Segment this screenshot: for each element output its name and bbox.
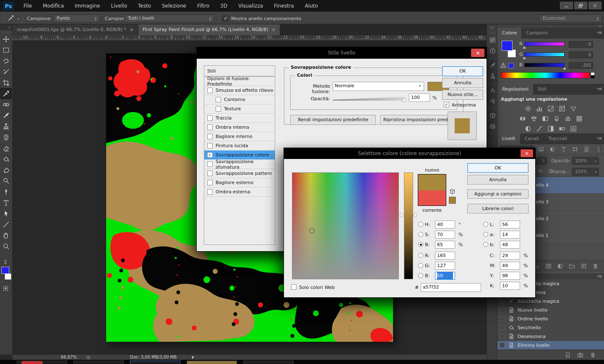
style-item-checkbox[interactable] bbox=[207, 125, 213, 130]
tab-close-icon[interactable]: × bbox=[271, 24, 276, 35]
menu-item-visualizza[interactable]: Visualizza bbox=[233, 0, 268, 12]
document-tab-2[interactable]: First Spray Paint Finish.psd @ 66,7% (Li… bbox=[138, 24, 280, 35]
workspace-dropdown[interactable]: Essenziali bbox=[539, 14, 602, 23]
dialog-title[interactable]: Stile livello bbox=[197, 47, 487, 59]
tool-brush[interactable] bbox=[0, 110, 12, 121]
cancel-button[interactable]: Annulla bbox=[442, 78, 483, 88]
history-bottom-icon-new-doc[interactable] bbox=[565, 352, 571, 358]
adjustment-icon-vibrance[interactable] bbox=[570, 105, 577, 112]
sample-layers-dropdown[interactable]: Tutti i livelli bbox=[124, 14, 214, 23]
tool-eraser[interactable] bbox=[0, 143, 12, 153]
dialog-close-button[interactable] bbox=[471, 49, 484, 57]
style-item-checkbox[interactable] bbox=[207, 115, 213, 121]
style-item-contorno[interactable]: Contorno bbox=[204, 95, 275, 104]
status-icon[interactable] bbox=[86, 355, 91, 360]
panel-menu-icon[interactable] bbox=[596, 136, 602, 142]
slider-marker-right[interactable] bbox=[414, 213, 417, 217]
tool-dodge[interactable] bbox=[0, 175, 12, 186]
hex-input[interactable]: a57f32 bbox=[421, 283, 481, 292]
adjustment-icon-posterize[interactable] bbox=[536, 125, 543, 132]
tool-clone-stamp[interactable] bbox=[0, 121, 12, 132]
history-bottom-icon-camera[interactable] bbox=[577, 352, 583, 358]
zoom-level[interactable]: 66,67% bbox=[61, 355, 77, 359]
tab-livelli[interactable]: Livelli bbox=[497, 133, 520, 144]
minimize-button[interactable] bbox=[560, 2, 573, 9]
menu-item-immagine[interactable]: Immagine bbox=[69, 0, 105, 12]
channel-slider-handle[interactable] bbox=[523, 46, 526, 49]
channel-slider-handle[interactable] bbox=[523, 57, 526, 59]
menu-item-testo[interactable]: Testo bbox=[133, 0, 156, 12]
picker-field-input[interactable]: 10 bbox=[500, 282, 520, 290]
document-tab-1[interactable]: snapshot0001.tga @ 66,7% (Livello 0, RGB… bbox=[13, 24, 138, 35]
color-field[interactable] bbox=[292, 172, 399, 279]
picker-radio-b[interactable] bbox=[418, 242, 423, 247]
tool-type[interactable] bbox=[0, 197, 12, 208]
adjustment-icon-invert[interactable] bbox=[525, 125, 531, 132]
dock-icon-paragraph[interactable] bbox=[487, 96, 498, 106]
style-item-sovrapposizione-sfumatura[interactable]: Sovrapposizione sfumatura bbox=[204, 160, 275, 169]
filter-toggle[interactable] bbox=[596, 146, 601, 153]
tab-tracciati[interactable]: Tracciati bbox=[544, 133, 572, 144]
picker-field-input[interactable]: 49 bbox=[500, 262, 520, 270]
channel-value-R[interactable]: 0 bbox=[569, 41, 593, 48]
panel-menu-icon[interactable] bbox=[596, 31, 602, 36]
tool-lasso[interactable] bbox=[0, 55, 12, 66]
channel-slider-G[interactable] bbox=[524, 52, 565, 57]
status-arrow-icon[interactable] bbox=[191, 355, 195, 359]
tab-campioni[interactable]: Campioni bbox=[521, 28, 552, 39]
style-item-blending-options[interactable]: Opzioni di fusione: Predefinite bbox=[204, 77, 275, 86]
sample-point-dropdown[interactable]: Punto campione bbox=[53, 14, 100, 23]
channel-slider-R[interactable] bbox=[524, 42, 565, 46]
menu-item-aiuto[interactable]: Aiuto bbox=[299, 0, 323, 12]
panel-foreground-swatch[interactable] bbox=[502, 41, 513, 51]
dock-icon-3d[interactable] bbox=[487, 111, 498, 120]
style-item-ombra-interna[interactable]: Ombra interna bbox=[204, 123, 275, 132]
picker-radio-b[interactable] bbox=[483, 242, 488, 247]
layers-bottom-icon-new-layer[interactable] bbox=[581, 263, 587, 269]
layers-bottom-icon-trash[interactable] bbox=[592, 263, 599, 269]
tool-preset-caret-icon[interactable] bbox=[17, 17, 20, 21]
style-item-texture[interactable]: Texture bbox=[204, 104, 275, 114]
taskbar-thumbnail[interactable] bbox=[73, 361, 124, 364]
picker-field-input[interactable]: 165 bbox=[435, 252, 455, 260]
adjustment-icon-photo-filter[interactable] bbox=[553, 115, 560, 122]
style-item-bagliore-interno[interactable]: Bagliore interno bbox=[204, 132, 275, 141]
menu-item-livello[interactable]: Livello bbox=[105, 0, 133, 12]
dock-icon-character[interactable] bbox=[487, 86, 498, 95]
preview-checkbox[interactable]: ✓ bbox=[444, 102, 449, 107]
channel-value-B[interactable]: 255 bbox=[569, 62, 593, 69]
style-item-checkbox[interactable] bbox=[216, 106, 221, 112]
menu-item-finestra[interactable]: Finestra bbox=[268, 0, 299, 12]
picker-radio-a[interactable] bbox=[483, 232, 488, 237]
menu-item-3d[interactable]: 3D bbox=[215, 0, 233, 12]
doc-size[interactable]: Doc: 3,00 MB/3,00 MB bbox=[130, 355, 177, 359]
picker-field-input[interactable]: 14 bbox=[500, 231, 520, 239]
history-row[interactable]: Elimina livello bbox=[497, 341, 604, 350]
style-item-checkbox[interactable] bbox=[207, 161, 213, 167]
layers-bottom-icon-mask[interactable] bbox=[545, 263, 552, 269]
fill-value-dropdown[interactable]: 100% bbox=[572, 168, 599, 176]
history-snapshot-box[interactable] bbox=[500, 299, 505, 304]
filter-icon-smart-object[interactable] bbox=[583, 146, 589, 152]
history-row[interactable]: Deseleziona bbox=[497, 332, 604, 341]
history-row[interactable]: Ordine livello bbox=[497, 315, 604, 323]
style-item-checkbox[interactable] bbox=[207, 88, 213, 93]
taskbar-thumbnail[interactable] bbox=[17, 361, 67, 364]
dock-icon-clone-source[interactable] bbox=[487, 71, 498, 81]
history-row[interactable]: Nuovo livello bbox=[497, 306, 604, 315]
tool-move[interactable] bbox=[0, 34, 12, 44]
layers-bottom-icon-adjustment[interactable] bbox=[557, 263, 563, 269]
picker-field-input[interactable]: 65 bbox=[435, 241, 455, 249]
picker-radio-r[interactable] bbox=[418, 253, 423, 258]
picker-field-input[interactable]: 29 bbox=[500, 252, 520, 260]
style-item-traccia[interactable]: Traccia bbox=[204, 114, 275, 123]
menu-item-modifica[interactable]: Modifica bbox=[37, 0, 69, 12]
channel-slider-handle[interactable] bbox=[563, 67, 566, 70]
tool-spot-healing-brush[interactable] bbox=[0, 99, 12, 110]
spectrum-white-swatch[interactable] bbox=[591, 72, 595, 75]
history-snapshot-box[interactable] bbox=[500, 307, 505, 312]
style-item-finitura-lucida[interactable]: Finitura lucida bbox=[204, 141, 275, 151]
dock-icon-brush-presets[interactable] bbox=[487, 60, 498, 70]
tool-history-brush[interactable] bbox=[0, 132, 12, 143]
menu-item-filtro[interactable]: Filtro bbox=[192, 0, 215, 12]
